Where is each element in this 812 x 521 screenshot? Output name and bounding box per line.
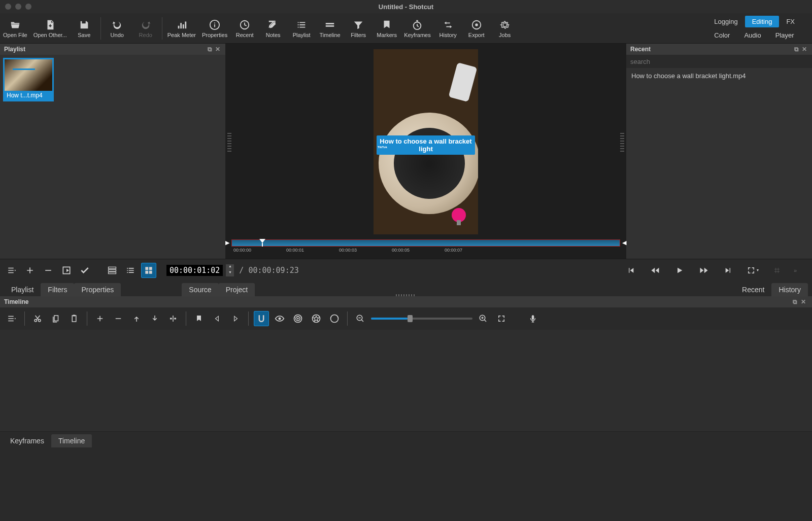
- playlist-clip[interactable]: How t...t.mp4: [3, 58, 54, 101]
- mode-color[interactable]: Color: [707, 29, 737, 41]
- panel-float-icon[interactable]: ⧉: [206, 46, 213, 53]
- save-button[interactable]: Save: [70, 13, 98, 43]
- filters-button[interactable]: Filters: [344, 13, 373, 43]
- append-button[interactable]: [92, 311, 108, 326]
- playlist-insert-button[interactable]: [59, 263, 74, 278]
- remove-button[interactable]: [111, 311, 126, 326]
- history-button[interactable]: History: [434, 13, 462, 43]
- zoom-fit-timeline-button[interactable]: [494, 311, 509, 326]
- panel-resize-right[interactable]: [620, 131, 624, 152]
- in-point-icon[interactable]: ▶: [225, 239, 229, 246]
- equalizer-icon: [176, 19, 188, 31]
- timecode-spinner[interactable]: ▲▼: [226, 264, 234, 276]
- zoom-slider[interactable]: [371, 318, 472, 320]
- playlist-update-button[interactable]: [77, 263, 92, 278]
- play-button[interactable]: [672, 263, 687, 278]
- panel-grip[interactable]: [396, 294, 416, 296]
- recent-button[interactable]: Recent: [230, 13, 259, 43]
- close-window-icon[interactable]: [5, 4, 11, 10]
- scrub-button[interactable]: [272, 311, 287, 326]
- grid-button[interactable]: [769, 263, 785, 278]
- mode-fx[interactable]: FX: [779, 16, 802, 27]
- rewind-button[interactable]: [648, 263, 663, 278]
- cut-button[interactable]: [30, 311, 45, 326]
- skip-end-button[interactable]: [721, 263, 736, 278]
- panel-close-icon[interactable]: ✕: [214, 46, 221, 53]
- tab-history[interactable]: History: [771, 283, 808, 296]
- zoom-in-button[interactable]: [476, 311, 491, 326]
- video-preview[interactable]: How to choose a wall bracket light TikTo…: [374, 49, 478, 234]
- tab-source[interactable]: Source: [182, 283, 218, 296]
- preview-scrubber[interactable]: ▶ ◀ 00:00:00 00:00:01 00:00:03 00:00:05 …: [231, 239, 620, 259]
- markers-button[interactable]: Markers: [373, 13, 401, 43]
- open-file-button[interactable]: Open File: [0, 13, 30, 43]
- panel-resize-left[interactable]: [227, 131, 231, 152]
- panel-close-icon[interactable]: ✕: [801, 298, 808, 305]
- ripple-button[interactable]: [290, 311, 306, 326]
- timeline-menu-button[interactable]: [4, 311, 19, 326]
- playlist-add-button[interactable]: [22, 263, 38, 278]
- export-button[interactable]: Export: [462, 13, 491, 43]
- fast-forward-button[interactable]: [696, 263, 712, 278]
- playlist-body[interactable]: How t...t.mp4: [0, 55, 225, 259]
- timeline-title: Timeline: [4, 298, 28, 305]
- minimize-window-icon[interactable]: [15, 4, 21, 10]
- split-button[interactable]: [165, 311, 181, 326]
- clock-icon: [239, 19, 251, 31]
- properties-button[interactable]: Properties: [199, 13, 230, 43]
- playlist-button[interactable]: Playlist: [287, 13, 316, 43]
- ripple-markers-button[interactable]: [327, 311, 342, 326]
- mode-player[interactable]: Player: [768, 29, 801, 41]
- next-marker-button[interactable]: [228, 311, 243, 326]
- panel-float-icon[interactable]: ⧉: [793, 298, 800, 305]
- tab-recent[interactable]: Recent: [735, 283, 771, 296]
- zoom-out-button[interactable]: [353, 311, 368, 326]
- current-timecode[interactable]: 00:00:01:02: [166, 265, 223, 276]
- peak-meter-button[interactable]: Peak Meter: [164, 13, 199, 43]
- playhead[interactable]: [259, 239, 265, 243]
- prev-marker-button[interactable]: [210, 311, 225, 326]
- marker-add-button[interactable]: [191, 311, 207, 326]
- skip-start-button[interactable]: [623, 263, 638, 278]
- tab-keyframes[interactable]: Keyframes: [3, 434, 51, 447]
- overwrite-button[interactable]: [147, 311, 162, 326]
- tab-playlist[interactable]: Playlist: [4, 283, 41, 296]
- copy-button[interactable]: [48, 311, 63, 326]
- timeline-button[interactable]: Timeline: [316, 13, 344, 43]
- lift-button[interactable]: [129, 311, 144, 326]
- panel-close-icon[interactable]: ✕: [801, 46, 808, 53]
- keyframes-button[interactable]: Keyframes: [401, 13, 434, 43]
- maximize-window-icon[interactable]: [25, 4, 31, 10]
- time-ruler: 00:00:00 00:00:01 00:00:03 00:00:05 00:0…: [231, 247, 620, 257]
- jobs-button[interactable]: Jobs: [491, 13, 519, 43]
- view-tiles-button[interactable]: [141, 263, 156, 278]
- playlist-remove-button[interactable]: [41, 263, 56, 278]
- view-list-button[interactable]: [123, 263, 138, 278]
- panel-float-icon[interactable]: ⧉: [793, 46, 800, 53]
- timeline-tracks[interactable]: [0, 330, 812, 431]
- playlist-menu-button[interactable]: [4, 263, 19, 278]
- recent-search-input[interactable]: [626, 55, 812, 68]
- out-point-icon[interactable]: ◀: [622, 239, 626, 246]
- tab-properties[interactable]: Properties: [74, 283, 121, 296]
- mode-editing[interactable]: Editing: [745, 16, 780, 27]
- paste-button[interactable]: [66, 311, 82, 326]
- record-audio-button[interactable]: [525, 311, 540, 326]
- tab-project[interactable]: Project: [219, 283, 255, 296]
- redo-button[interactable]: Redo: [131, 13, 160, 43]
- notes-button[interactable]: Notes: [259, 13, 287, 43]
- ripple-all-button[interactable]: [309, 311, 324, 326]
- snap-button[interactable]: [254, 311, 269, 326]
- tab-filters[interactable]: Filters: [41, 283, 74, 296]
- tab-timeline[interactable]: Timeline: [51, 434, 92, 447]
- mode-logging[interactable]: Logging: [707, 16, 745, 27]
- undo-icon: [111, 19, 123, 31]
- mode-audio[interactable]: Audio: [737, 29, 768, 41]
- open-other-button[interactable]: Open Other...: [30, 13, 70, 43]
- view-details-button[interactable]: [105, 263, 120, 278]
- undo-button[interactable]: Undo: [103, 13, 131, 43]
- zoom-fit-button[interactable]: ▾: [745, 263, 760, 278]
- more-icon[interactable]: »: [794, 267, 797, 273]
- recent-panel: Recent ⧉✕ How to choose a wall bracket l…: [626, 44, 812, 259]
- recent-item[interactable]: How to choose a wall bracket light.mp4: [630, 71, 808, 81]
